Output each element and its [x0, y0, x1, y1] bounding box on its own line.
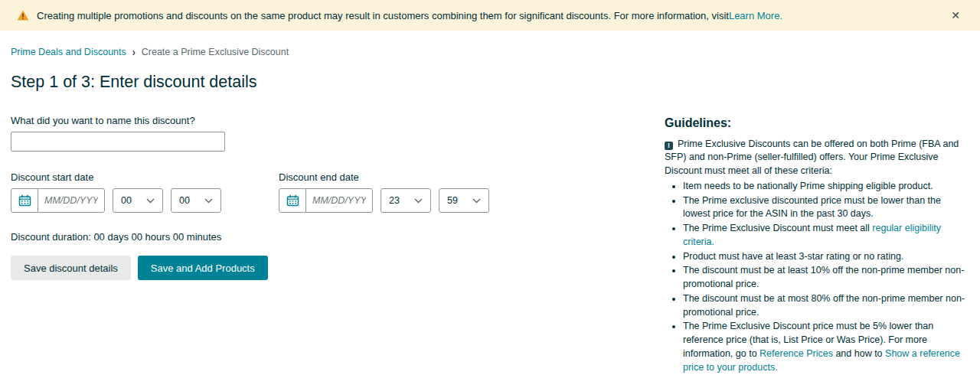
end-hour-value: 23 — [389, 195, 400, 206]
page-title: Step 1 of 3: Enter discount details — [11, 73, 980, 92]
chevron-right-icon: › — [132, 46, 136, 59]
guidelines-list: Item needs to be nationally Prime shippi… — [665, 180, 966, 375]
end-date-input[interactable] — [305, 188, 373, 213]
reference-prices-link[interactable]: Reference Prices — [760, 348, 833, 359]
breadcrumb-link-prime-deals[interactable]: Prime Deals and Discounts — [11, 47, 126, 57]
learn-more-link[interactable]: Learn More. — [729, 10, 782, 21]
main-area: What did you want to name this discount?… — [11, 115, 980, 375]
warning-icon — [17, 10, 29, 21]
end-date-group: Discount end date — [279, 171, 489, 213]
warning-banner: Creating multiple promotions and discoun… — [0, 0, 980, 31]
info-icon: ! — [665, 142, 673, 150]
guidelines-heading: Guidelines: — [665, 115, 966, 132]
guidelines-section-general: !Prime Exclusive Discounts can be offere… — [665, 138, 966, 375]
start-hour-value: 00 — [121, 195, 132, 206]
page-content: Prime Deals and Discounts › Create a Pri… — [0, 47, 980, 375]
discount-name-input[interactable] — [11, 132, 225, 152]
guideline-item: The discount must be at least 10% off th… — [683, 264, 966, 292]
chevron-down-icon — [146, 195, 155, 206]
dates-row: Discount start date — [11, 171, 665, 213]
start-date-label: Discount start date — [11, 171, 221, 183]
chevron-down-icon — [414, 195, 423, 206]
end-minute-select[interactable]: 59 — [439, 188, 489, 213]
discount-duration-text: Discount duration: 00 days 00 hours 00 m… — [11, 231, 665, 243]
save-and-add-products-button[interactable]: Save and Add Products — [138, 256, 268, 280]
guidelines-intro: !Prime Exclusive Discounts can be offere… — [665, 138, 966, 178]
close-icon[interactable]: ✕ — [948, 8, 963, 22]
calendar-icon[interactable] — [279, 188, 306, 213]
chevron-down-icon — [472, 195, 481, 206]
banner-text: Creating multiple promotions and discoun… — [37, 10, 729, 21]
end-date-label: Discount end date — [279, 171, 489, 183]
chevron-down-icon — [204, 195, 213, 206]
calendar-icon[interactable] — [11, 188, 38, 213]
end-date-fields: 23 59 — [279, 188, 489, 213]
end-hour-select[interactable]: 23 — [381, 188, 431, 213]
guideline-item: Item needs to be nationally Prime shippi… — [683, 180, 966, 194]
start-hour-select[interactable]: 00 — [113, 188, 163, 213]
guideline-item: The discount must be at most 80% off the… — [683, 292, 966, 320]
start-minute-value: 00 — [179, 195, 190, 206]
guidelines-intro-text: Prime Exclusive Discounts can be offered… — [665, 139, 959, 177]
breadcrumb-current: Create a Prime Exclusive Discount — [142, 47, 289, 57]
save-discount-details-button[interactable]: Save discount details — [11, 256, 131, 280]
start-date-group: Discount start date — [11, 171, 221, 213]
guideline-item: The Prime Exclusive Discount price must … — [683, 320, 966, 374]
guideline-item: The Prime exclusive discounted price mus… — [683, 194, 966, 222]
button-row: Save discount details Save and Add Produ… — [11, 256, 665, 280]
guideline-item: The Prime Exclusive Discount must meet a… — [683, 222, 966, 249]
discount-name-label: What did you want to name this discount? — [11, 115, 665, 126]
end-minute-value: 59 — [447, 195, 458, 206]
start-minute-select[interactable]: 00 — [171, 188, 221, 213]
breadcrumb: Prime Deals and Discounts › Create a Pri… — [11, 47, 980, 57]
guidelines-panel: Guidelines: !Prime Exclusive Discounts c… — [665, 115, 966, 375]
start-date-input[interactable] — [38, 188, 105, 213]
guideline-item: Product must have at least 3-star rating… — [683, 250, 966, 264]
discount-form: What did you want to name this discount?… — [11, 115, 665, 375]
start-date-fields: 00 00 — [11, 188, 221, 213]
